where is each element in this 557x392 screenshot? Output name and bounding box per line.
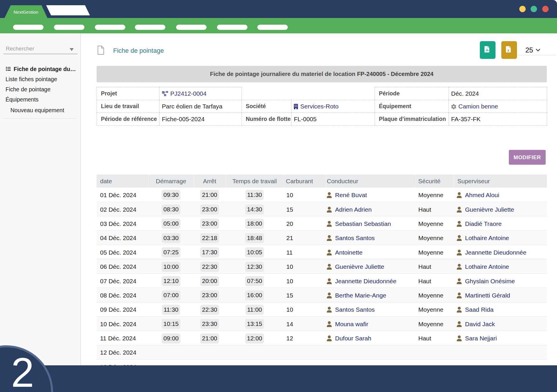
svg-text:x: x bbox=[507, 48, 509, 52]
